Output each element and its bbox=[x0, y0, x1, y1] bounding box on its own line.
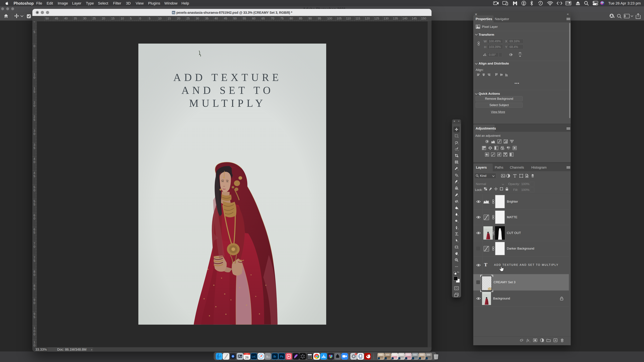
svg-text:APR: APR bbox=[246, 353, 248, 355]
svg-text:1: 1 bbox=[355, 353, 356, 355]
svg-text:LrC: LrC bbox=[252, 355, 256, 358]
svg-text:26: 26 bbox=[245, 356, 248, 359]
svg-text:Ps: Ps bbox=[412, 358, 414, 359]
svg-text:AND SET TO: AND SET TO bbox=[182, 84, 274, 96]
svg-text:fx: fx bbox=[526, 338, 529, 342]
svg-text:Ps: Ps bbox=[405, 358, 407, 359]
svg-text:Ps: Ps bbox=[172, 12, 174, 14]
svg-text:Ps: Ps bbox=[426, 358, 427, 359]
svg-text:Ps: Ps bbox=[398, 358, 400, 359]
svg-text:Ps: Ps bbox=[385, 358, 386, 359]
svg-text:MULTIPLY: MULTIPLY bbox=[189, 97, 266, 109]
svg-text:Ps: Ps bbox=[378, 358, 380, 359]
svg-text:ADD TEXTURE: ADD TEXTURE bbox=[173, 71, 282, 83]
svg-text:Ps: Ps bbox=[280, 355, 284, 358]
svg-text:Ps: Ps bbox=[392, 358, 393, 359]
svg-text:Br: Br bbox=[274, 355, 276, 358]
svg-text:Ps: Ps bbox=[419, 358, 420, 359]
